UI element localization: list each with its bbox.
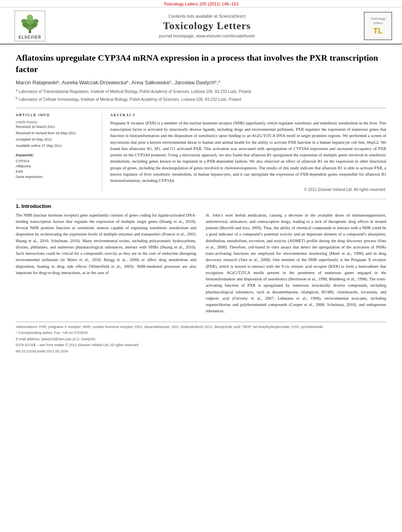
elsevier-tree-icon [18,13,42,34]
affiliations: a Laboratory of Transcriptional Regulati… [16,88,386,102]
journal-title-center: Contents lists available at ScienceDirec… [54,14,360,38]
revised-value: Received in revised form 19 May 2011 [16,131,96,135]
keyword-4: Gene expression [16,174,96,180]
article-info: ARTICLE INFO Article history: Received 1… [16,113,102,192]
keyword-2: Aflatoxins [16,164,96,169]
abstract-section: ABSTRACT Pregnane X receptor (PXR) is a … [110,113,386,192]
abbreviations-footnote: Abbreviations: PXR, pregnane X receptor;… [16,324,386,330]
issn-footnote: 0378-4274/$ – see front matter © 2011 El… [16,343,386,348]
svg-point-7 [27,15,33,20]
copyright-line: © 2011 Elsevier Ireland Ltd. All rights … [110,187,386,192]
affil-a-text: Laboratory of Transcriptional Regulation… [19,90,251,94]
keywords-label: Keywords: [16,153,96,157]
body-col-right: St. John’s wort herbal medication, causi… [206,212,387,318]
body-col-left: The NHR (nuclear hormone receptor) gene … [16,212,196,318]
journal-citation: Toxicology Letters 205 (2011) 146–153 [163,2,238,6]
email-footnote: E-mail address: jdastych@cbm.pan.pl (J. … [16,337,386,342]
journal-main-title: Toxicology Letters [54,20,360,32]
tox-label-bottom: Letters [373,21,383,25]
sciencedirect-text: Contents lists available at ScienceDirec… [169,14,246,19]
svg-point-6 [33,19,39,24]
affiliation-b: b Laboratory of Cellular Immunology, Ins… [16,96,386,102]
journal-header: ELSEVIER Contents lists available at Sci… [0,7,402,44]
homepage-text: journal homepage: www.elsevier.com/locat… [159,33,255,38]
abstract-text: Pregnane X receptor (PXR) is a member of… [110,120,386,184]
abstract-title: ABSTRACT [110,113,386,117]
intro-left-text: The NHR (nuclear hormone receptor) gene … [16,212,196,276]
section1-heading: 1. Introduction [16,203,386,209]
keyword-3: PXR [16,169,96,175]
history-label: Article history: [16,120,96,124]
info-abstract-section: ARTICLE INFO Article history: Received 1… [16,108,386,192]
keyword-1: CYP3A4 [16,159,96,164]
journal-top-bar: Toxicology Letters 205 (2011) 146–153 [0,0,402,7]
affiliation-a: a Laboratory of Transcriptional Regulati… [16,88,386,95]
doi-footnote: doi:10.1016/j.toxlet.2011.05.1034 [16,349,386,354]
page: Toxicology Letters 205 (2011) 146–153 EL… [0,0,402,532]
elsevier-label: ELSEVIER [19,35,41,39]
tox-logo-letters: TL [373,26,383,35]
affil-b-text: Laboratory of Cellular Immunology, Insti… [19,97,241,102]
available-value: Available online 27 May 2011 [16,144,96,148]
elsevier-logo: ELSEVIER [6,11,54,41]
received-value: Received 10 March 2011 [16,125,96,129]
keywords-section: Keywords: CYP3A4 Aflatoxins PXR Gene exp… [16,153,96,180]
tox-logo: Toxicology Letters TL [360,12,396,40]
article-info-title: ARTICLE INFO [16,113,96,117]
sciencedirect-link: Contents lists available at ScienceDirec… [54,14,360,19]
footnote-section: Abbreviations: PXR, pregnane X receptor;… [16,322,386,354]
tox-logo-inner: Toxicology Letters TL [364,12,392,40]
body-two-col: The NHR (nuclear hormone receptor) gene … [16,212,386,318]
authors: Marcin Ratajewskiᵃ, Aurelia Walczak-Drze… [16,80,386,85]
article-title: Aflatoxins upregulate CYP3A4 mRNA expres… [16,52,386,75]
svg-point-5 [21,19,27,24]
homepage-link: journal homepage: www.elsevier.com/locat… [54,33,360,38]
article-content: Aflatoxins upregulate CYP3A4 mRNA expres… [0,44,402,363]
accepted-value: Accepted 20 May 2011 [16,137,96,141]
corresponding-footnote: * Corresponding author. Fax: +48 42 2723… [16,330,386,336]
tox-label-top: Toxicology [371,17,385,20]
intro-right-text: St. John’s wort herbal medication, causi… [206,212,387,315]
section-divider [16,199,386,199]
